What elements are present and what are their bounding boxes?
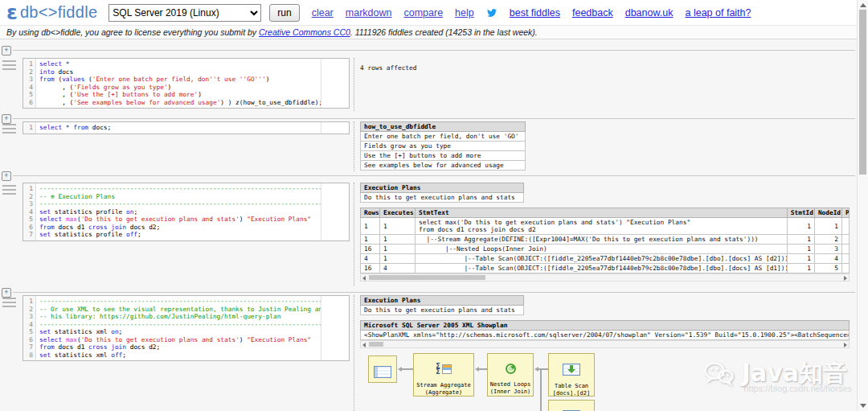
plan-node-table-scan-2[interactable] bbox=[548, 400, 595, 411]
code-area[interactable]: ----------------------------------------… bbox=[36, 296, 321, 360]
table-row: Use the [+] buttons to add more bbox=[361, 151, 526, 161]
sql-editor-1[interactable]: 123456 select *into docsfrom (values ('E… bbox=[23, 58, 350, 109]
table-cell: <ShowPlanXML xmlns="http://schemas.micro… bbox=[361, 331, 850, 340]
scroll-up-arrow-icon[interactable] bbox=[860, 3, 866, 7]
line-number: 4 bbox=[27, 321, 33, 329]
code-line: , ('See examples below for advanced usag… bbox=[39, 99, 321, 107]
creative-commons-link[interactable]: Creative Commons CC0 bbox=[259, 27, 350, 37]
table-cell: 16 bbox=[361, 264, 380, 273]
code-area[interactable]: select *into docsfrom (values ('Enter on… bbox=[36, 59, 321, 108]
horizontal-scrollbar[interactable] bbox=[360, 273, 850, 282]
table-cell: 16 bbox=[361, 245, 380, 254]
nav-link-help[interactable]: help bbox=[455, 7, 474, 18]
database-select[interactable]: SQL Server 2019 (Linux) bbox=[108, 4, 261, 22]
table-cell: Use the [+] buttons to add more bbox=[361, 151, 526, 161]
table-cell: |--Nested Loops(Inner Join) bbox=[416, 245, 788, 254]
sql-editor-2[interactable]: 1 select * from docs; bbox=[23, 121, 350, 134]
drag-handle-icon[interactable] bbox=[2, 298, 16, 307]
code-line: , ('Use the [+] buttons to add more') bbox=[39, 91, 321, 99]
code-line: select * from docs; bbox=[39, 124, 321, 132]
drag-handle-icon[interactable] bbox=[2, 185, 16, 195]
code-line: from docs d1 cross join docs d2; bbox=[39, 224, 321, 232]
line-number: 7 bbox=[27, 343, 33, 351]
nav-link-markdown[interactable]: markdown bbox=[346, 7, 392, 18]
line-number: 2 bbox=[27, 306, 33, 314]
column-header: NodeId bbox=[814, 208, 841, 218]
code-line: -- ⊕ Execution Plans bbox=[39, 193, 321, 201]
table-header-row: Execution Plans bbox=[361, 183, 524, 193]
table-cell: 1 bbox=[361, 218, 380, 235]
code-line: -- his library: https://github.com/Justi… bbox=[39, 313, 321, 321]
nav-link-compare[interactable]: compare bbox=[403, 7, 443, 18]
table-row: 161 |--Nested Loops(Inner Join)13 bbox=[361, 245, 850, 254]
page-scrollbar[interactable] bbox=[857, 0, 868, 411]
table-cell bbox=[841, 264, 849, 273]
editor-scroll-area bbox=[321, 122, 349, 134]
scroll-right-arrow-icon[interactable] bbox=[844, 276, 847, 281]
sql-editor-4[interactable]: 12345678 -------------------------------… bbox=[23, 295, 350, 361]
plan-node-nested-loops[interactable]: Nested Loops (Inner Join) Cost: 1% bbox=[487, 353, 534, 397]
line-number: 6 bbox=[27, 336, 33, 344]
scroll-left-arrow-icon[interactable] bbox=[362, 343, 366, 347]
line-number: 1 bbox=[27, 60, 33, 68]
plan-node-label: Table Scan [docs].[d2] Cost: 48% bbox=[553, 383, 590, 397]
table-cell: |--Stream Aggregate(DEFINE:([Expr1004]=M… bbox=[416, 235, 788, 245]
code-line: into docs bbox=[39, 68, 321, 76]
table-cell: Do this to get execution plans and stats bbox=[361, 193, 524, 203]
scroll-right-arrow-icon[interactable] bbox=[844, 343, 847, 347]
editor-scroll-area bbox=[321, 296, 349, 360]
line-number: 2 bbox=[27, 193, 33, 201]
xml-showplan-table: Microsoft SQL Server 2005 XML Showplan<S… bbox=[360, 320, 850, 340]
twitter-icon[interactable] bbox=[486, 8, 497, 18]
plan-node-select[interactable]: SELECT bbox=[368, 356, 397, 383]
add-batch-button[interactable]: + bbox=[2, 114, 11, 124]
run-button[interactable]: run bbox=[269, 4, 299, 22]
scroll-left-arrow-icon[interactable] bbox=[362, 276, 366, 281]
nav-link-leap-of-faith[interactable]: a leap of faith? bbox=[685, 7, 751, 18]
sql-editor-3[interactable]: 1234567 --------------------------------… bbox=[23, 183, 350, 241]
code-line: set statistics xml off; bbox=[39, 351, 321, 360]
horizontal-scrollbar[interactable] bbox=[360, 340, 850, 348]
table-cell bbox=[841, 235, 849, 245]
nav-link-best-fiddles[interactable]: best fiddles bbox=[510, 7, 560, 18]
table-cell bbox=[841, 245, 849, 254]
dbfiddle-logo-icon: ɛ bbox=[6, 2, 18, 23]
add-batch-button[interactable]: + bbox=[2, 46, 11, 55]
drag-handle-icon[interactable] bbox=[2, 124, 16, 134]
add-batch-button[interactable]: + bbox=[2, 171, 11, 181]
plan-connector bbox=[402, 368, 413, 370]
row-divider: + bbox=[13, 50, 855, 51]
table-cell: 1 bbox=[361, 235, 380, 245]
scrollbar-thumb[interactable] bbox=[369, 275, 485, 280]
line-number: 2 bbox=[27, 68, 33, 76]
table-cell: |--Table Scan(OBJECT:([fiddle_2205ea77db… bbox=[416, 264, 788, 273]
plan-node-stream-aggregate[interactable]: ΣΣ Stream Aggregate (Aggregate) Cost: 0% bbox=[413, 353, 474, 397]
table-cell: 1 bbox=[787, 235, 814, 245]
line-number: 1 bbox=[27, 124, 33, 132]
table-cell: 4 bbox=[814, 254, 841, 264]
line-number-gutter: 12345678 bbox=[23, 296, 36, 360]
scrollbar-thumb[interactable] bbox=[369, 342, 383, 347]
scroll-down-arrow-icon[interactable] bbox=[860, 404, 866, 408]
code-area[interactable]: ----------------------------------------… bbox=[36, 183, 321, 240]
nav-link-clear[interactable]: clear bbox=[312, 7, 334, 18]
dbfiddle-logo[interactable]: ɛ db<>fiddle bbox=[6, 2, 97, 23]
line-number: 1 bbox=[27, 185, 33, 193]
table-cell: See examples below for advanced usage bbox=[361, 161, 526, 171]
result-panel-2: how_to_use_dbfiddleEnter one batch per f… bbox=[354, 121, 857, 171]
table-cell: 1 bbox=[380, 245, 416, 254]
code-line: -- Or use XML to see the visual represen… bbox=[39, 306, 321, 314]
add-batch-button[interactable]: + bbox=[2, 288, 11, 298]
line-number: 7 bbox=[27, 231, 33, 239]
plan-node-table-scan-1[interactable]: Table Scan [docs].[d2] Cost: 48% bbox=[548, 353, 595, 397]
drag-handle-icon[interactable] bbox=[2, 60, 16, 70]
page-scrollbar-thumb[interactable] bbox=[859, 10, 866, 175]
line-number: 5 bbox=[27, 91, 33, 99]
nav-link-dbanow[interactable]: dbanow.uk bbox=[625, 7, 674, 18]
license-notice-suffix: . 1111926 fiddles created (14253 in the … bbox=[350, 27, 538, 37]
line-number: 6 bbox=[27, 224, 33, 232]
table-cell: 4 bbox=[380, 264, 416, 273]
nav-link-feedback[interactable]: feedback bbox=[572, 7, 613, 18]
code-area[interactable]: select * from docs; bbox=[36, 122, 321, 134]
execution-plans-result-table: Execution PlansDo this to get execution … bbox=[360, 295, 524, 315]
